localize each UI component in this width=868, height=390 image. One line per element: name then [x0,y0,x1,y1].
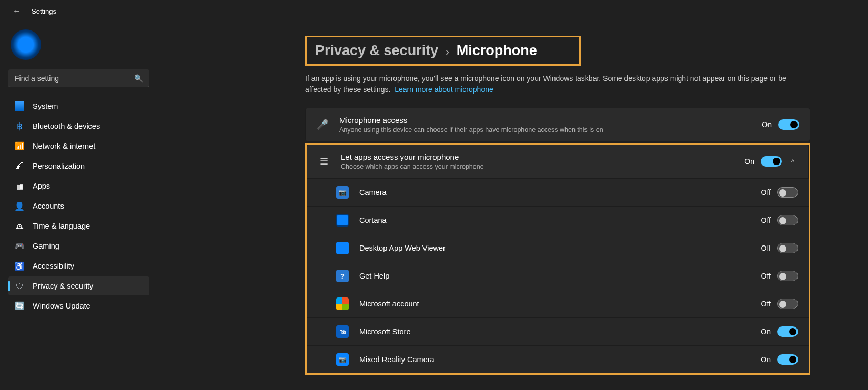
app-row: Get HelpOff [307,262,809,290]
camera-icon [336,186,349,199]
app-name: Microsoft account [359,300,749,308]
app-toggle[interactable] [777,354,798,365]
sidebar-item-label: Network & internet [33,142,95,150]
sidebar-item-label: Privacy & security [33,282,93,290]
apps-icon: ▦ [15,181,24,191]
breadcrumb-current: Microphone [457,43,537,59]
apps-access-card[interactable]: ☰ Let apps access your microphone Choose… [307,145,809,178]
sidebar-item-time[interactable]: 🕰 Time & language [8,217,149,235]
app-toggle[interactable] [777,215,798,225]
sidebar-item-label: Apps [33,182,50,190]
app-name: Microsoft Store [359,327,749,336]
sidebar-item-personalization[interactable]: 🖌 Personalization [8,157,149,176]
microphone-access-toggle[interactable] [778,119,799,130]
toggle-state-label: Off [759,300,771,308]
gamepad-icon: 🎮 [15,241,24,251]
search-box[interactable]: 🔍 [8,69,149,87]
sidebar-item-network[interactable]: 📶 Network & internet [8,137,149,156]
sidebar-item-accessibility[interactable]: ♿ Accessibility [8,256,149,275]
app-toggle[interactable] [777,243,798,253]
sidebar-item-update[interactable]: 🔄 Windows Update [8,296,149,315]
microphone-icon: 🎤 [316,119,329,130]
accessibility-icon: ♿ [15,261,24,271]
app-toggle[interactable] [777,326,798,337]
sidebar-item-label: Bluetooth & devices [33,122,100,130]
microphone-access-card: 🎤 Microphone access Anyone using this de… [305,108,810,141]
intro-text: If an app is using your microphone, you'… [305,73,810,95]
toggle-state-label: On [760,120,772,129]
toggle-state-label: Off [759,272,771,280]
msacct-icon [336,297,349,310]
chevron-up-icon[interactable]: ^ [788,158,798,166]
toggle-state-label: On [759,327,771,336]
sidebar-item-label: Windows Update [33,302,90,310]
app-list: CameraOffCortanaOffDesktop App Web Viewe… [305,178,810,375]
app-row: CameraOff [307,178,809,206]
toggle-state-label: Off [759,188,771,197]
app-row: Mixed Reality CameraOn [307,345,809,373]
app-name: Cortana [359,216,749,224]
toggle-group: On [759,326,798,337]
card-subtitle: Choose which apps can access your microp… [341,163,732,170]
learn-more-link[interactable]: Learn more about microphone [395,85,493,94]
avatar-container [8,25,149,67]
bluetooth-icon: ฿ [15,121,24,131]
back-arrow-icon[interactable]: ← [13,6,21,16]
toggle-group: Off [759,187,798,198]
user-avatar[interactable] [11,29,41,60]
sidebar-item-privacy[interactable]: 🛡 Privacy & security [8,276,149,295]
sidebar-item-bluetooth[interactable]: ฿ Bluetooth & devices [8,117,149,136]
breadcrumb-parent[interactable]: Privacy & security [315,43,438,59]
titlebar: ← Settings [0,0,868,20]
clock-icon: 🕰 [15,221,24,231]
card-title: Microphone access [339,116,750,125]
toggle-group: On [760,119,799,130]
app-name: Get Help [359,272,749,280]
sidebar-item-apps[interactable]: ▦ Apps [8,177,149,196]
toggle-group: Off [759,243,798,253]
sidebar-item-label: Accessibility [33,262,74,270]
paintbrush-icon: 🖌 [15,161,24,171]
app-toggle[interactable] [777,299,798,309]
chevron-right-icon: › [446,46,449,58]
toggle-group: On [759,354,798,365]
apps-access-toggle[interactable] [761,156,782,167]
window-title: Settings [32,7,56,15]
shield-icon: 🛡 [15,281,24,291]
card-title: Let apps access your microphone [341,152,732,161]
app-row: Microsoft StoreOn [307,317,809,345]
app-name: Desktop App Web Viewer [359,244,749,252]
sidebar: 🔍 System ฿ Bluetooth & devices 📶 Network… [0,20,158,390]
sidebar-item-label: Gaming [33,242,59,250]
wifi-icon: 📶 [15,141,24,151]
sidebar-item-gaming[interactable]: 🎮 Gaming [8,237,149,255]
gethelp-icon [336,270,349,282]
toggle-group: Off [759,215,798,225]
sidebar-item-accounts[interactable]: 👤 Accounts [8,197,149,215]
cortana-icon [336,214,349,227]
card-subtitle: Anyone using this device can choose if t… [339,126,750,134]
toggle-state-label: Off [759,216,771,224]
sidebar-item-label: Accounts [33,202,64,210]
search-icon: 🔍 [134,74,143,83]
toggle-state-label: On [759,355,771,364]
app-toggle[interactable] [777,271,798,281]
mixed-icon [336,353,349,366]
sidebar-nav: System ฿ Bluetooth & devices 📶 Network &… [8,97,149,315]
app-toggle[interactable] [777,187,798,198]
display-icon [15,101,24,111]
sidebar-item-label: Personalization [33,162,85,170]
main-content: Privacy & security › Microphone If an ap… [158,20,868,390]
toggle-state-label: On [743,157,754,166]
toggle-group: On ^ [743,156,798,167]
desktop-icon [336,242,349,254]
list-icon: ☰ [318,156,330,167]
sidebar-item-system[interactable]: System [8,97,149,116]
person-icon: 👤 [15,201,24,211]
toggle-state-label: Off [759,244,771,252]
search-input[interactable] [15,74,134,83]
sidebar-item-label: System [33,102,58,110]
store-icon [336,325,349,338]
app-row: Desktop App Web ViewerOff [307,234,809,262]
app-row: CortanaOff [307,206,809,234]
